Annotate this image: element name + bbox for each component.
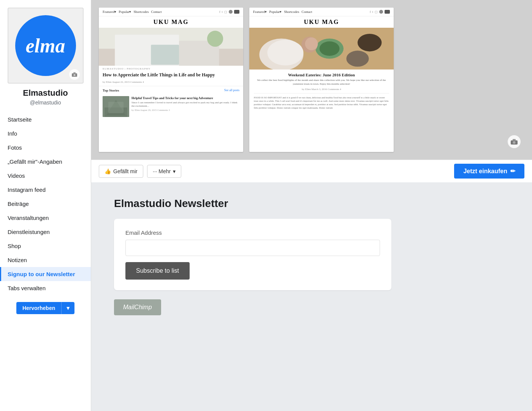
like-button[interactable]: 👍 Gefällt mir [99, 165, 143, 178]
svg-point-23 [513, 141, 516, 144]
blog-preview-1: Featured▾ Popular▾ Shortcodes Contact f … [99, 8, 243, 152]
blog2-menu-icon[interactable] [385, 10, 390, 14]
svg-rect-2 [73, 72, 76, 73]
blog1-card-body: Since I can remember I loved to travel a… [131, 101, 239, 108]
newsletter-title: Elmastudio Newsletter [114, 198, 509, 210]
sidebar-link-fotos[interactable]: Fotos [0, 141, 91, 155]
sidebar-item-tabs[interactable]: Tabs verwalten [0, 281, 91, 295]
thumbs-up-icon: 👍 [104, 168, 111, 174]
sidebar-item-notizen[interactable]: Notizen [0, 253, 91, 267]
email-input[interactable] [125, 240, 380, 256]
page-name: Elmastudio [19, 88, 72, 98]
sidebar-item-fotos[interactable]: Fotos [0, 141, 91, 155]
sidebar-item-signup[interactable]: Signup to our Newsletter [0, 267, 91, 281]
blog2-separator [254, 93, 389, 93]
svg-point-18 [358, 34, 382, 51]
blog2-body-intro: We collect the best food highlights of t… [254, 79, 389, 86]
blog2-nav-shortcodes[interactable]: Shortcodes [284, 10, 299, 14]
svg-point-19 [346, 51, 369, 66]
sidebar-item-veranstaltungen[interactable]: Veranstaltungen [0, 211, 91, 225]
hervorheben-dropdown-button[interactable]: ▼ [61, 302, 74, 314]
blog2-nav-right: f t ▢ [370, 10, 390, 14]
sidebar-item-startseite[interactable]: Startseite [0, 112, 91, 126]
hervorheben-button-group: Hervorheben ▼ [16, 302, 74, 314]
sidebar-link-signup[interactable]: Signup to our Newsletter [1, 267, 91, 281]
sidebar-link-info[interactable]: Info [0, 126, 91, 141]
svg-point-17 [320, 41, 340, 56]
svg-rect-8 [151, 45, 179, 65]
profile-logo-text: elma [26, 35, 65, 57]
mailchimp-badge: MailChimp [114, 299, 161, 315]
page-handle: @elmastudio [30, 100, 61, 106]
sidebar-item-gefaellt[interactable]: „Gefällt mir"-Angaben [0, 155, 91, 169]
svg-point-1 [73, 74, 75, 76]
sidebar-item-beitraege[interactable]: Beiträge [0, 197, 91, 211]
sidebar-link-dienstleistungen[interactable]: Dienstleistungen [0, 225, 91, 239]
sidebar-item-instagram[interactable]: Instagram feed [0, 183, 91, 197]
svg-point-21 [305, 37, 318, 50]
sidebar-link-gefaellt[interactable]: „Gefällt mir"-Angaben [0, 155, 91, 169]
sidebar-item-shop[interactable]: Shop [0, 239, 91, 253]
svg-rect-12 [108, 102, 124, 113]
blog-nav-shortcodes[interactable]: Shortcodes [134, 10, 149, 14]
blog-nav-1: Featured▾ Popular▾ Shortcodes Contact f … [99, 8, 243, 16]
svg-point-7 [207, 31, 223, 47]
sidebar-link-startseite[interactable]: Startseite [0, 112, 91, 126]
sidebar-link-beitraege[interactable]: Beiträge [0, 197, 91, 211]
newsletter-section: Elmastudio Newsletter Email Address Subs… [91, 182, 532, 411]
blog1-section-title: Top Stories [103, 89, 119, 92]
blog1-card-row: Helpful Travel Tips and Tricks for your … [99, 95, 243, 119]
blog-menu-icon[interactable] [234, 10, 239, 14]
jetzt-einkaufen-button[interactable]: Jetzt einkaufen ✏ [454, 164, 524, 179]
jetzt-label: Jetzt einkaufen [463, 168, 507, 175]
blog1-category: ELMASTUDIO | PHOTOGRAPHY [99, 66, 243, 71]
subscribe-button[interactable]: Subscribe to list [125, 262, 190, 280]
mehr-label: ··· Mehr [153, 168, 171, 174]
sidebar-link-videos[interactable]: Videos [0, 169, 91, 183]
pencil-icon: ✏ [510, 168, 515, 175]
blog-nav-featured[interactable]: Featured▾ [103, 10, 117, 14]
blog2-nav-popular[interactable]: Popular▾ [269, 10, 282, 14]
blog-search-icon[interactable] [229, 10, 233, 14]
sidebar-item-dienstleistungen[interactable]: Dienstleistungen [0, 225, 91, 239]
svg-rect-24 [513, 139, 516, 141]
blog2-meta: by Ellen March 3, 2016 Comments 4 [254, 88, 389, 91]
blog2-nav-contact[interactable]: Contact [302, 10, 312, 14]
svg-point-15 [268, 40, 304, 66]
blog-nav-2: Featured▾ Popular▾ Shortcodes Contact f … [249, 8, 394, 16]
cover-area: Featured▾ Popular▾ Shortcodes Contact f … [91, 0, 532, 160]
blog1-meta: by Ellen August 22, 2015 Comments 4 [99, 80, 243, 84]
email-label: Email Address [125, 229, 380, 236]
blog2-content: Weekend Eateries: June 2016 Edition We c… [249, 70, 394, 112]
blog1-title: UKU MAG [99, 16, 243, 28]
camera-icon-cover[interactable] [508, 135, 521, 148]
sidebar-link-shop[interactable]: Shop [0, 239, 91, 253]
sidebar: elma Elmastudio @elmastudio Startseite I… [0, 0, 91, 411]
sidebar-link-tabs[interactable]: Tabs verwalten [0, 281, 91, 295]
blog1-article-title: How to Appreciate the Little Things in L… [99, 71, 243, 80]
action-bar: 👍 Gefällt mir ··· Mehr ▾ Jetzt einkaufen… [91, 160, 532, 182]
blog1-see-all[interactable]: See all posts [224, 89, 239, 92]
action-bar-left: 👍 Gefällt mir ··· Mehr ▾ [99, 165, 181, 178]
blog-nav-contact[interactable]: Contact [151, 10, 162, 14]
like-label: Gefällt mir [113, 168, 138, 174]
newsletter-card: Email Address Subscribe to list [114, 219, 391, 290]
blog-nav-right-1: f t ▢ [219, 10, 239, 14]
sidebar-link-veranstaltungen[interactable]: Veranstaltungen [0, 211, 91, 225]
profile-picture-wrapper: elma [8, 8, 84, 84]
blog1-card-info: Helpful Travel Tips and Tricks for your … [131, 96, 239, 117]
blog2-body-long: FOOD IS SO IMPORTANT and it is good if w… [254, 96, 389, 109]
blog2-nav-featured[interactable]: Featured▾ [253, 10, 267, 14]
chevron-down-icon: ▾ [173, 168, 176, 174]
sidebar-item-videos[interactable]: Videos [0, 169, 91, 183]
blog-nav-popular[interactable]: Popular▾ [119, 10, 131, 14]
hervorheben-main-button[interactable]: Hervorheben [16, 302, 61, 314]
sidebar-link-instagram[interactable]: Instagram feed [0, 183, 91, 197]
blog2-search-icon[interactable] [379, 10, 383, 14]
sidebar-item-info[interactable]: Info [0, 126, 91, 141]
camera-icon-profile[interactable] [69, 69, 80, 80]
mehr-button[interactable]: ··· Mehr ▾ [147, 165, 181, 178]
blog2-hero-image [249, 28, 394, 70]
blog1-hero-image [99, 28, 243, 66]
sidebar-link-notizen[interactable]: Notizen [0, 253, 91, 267]
